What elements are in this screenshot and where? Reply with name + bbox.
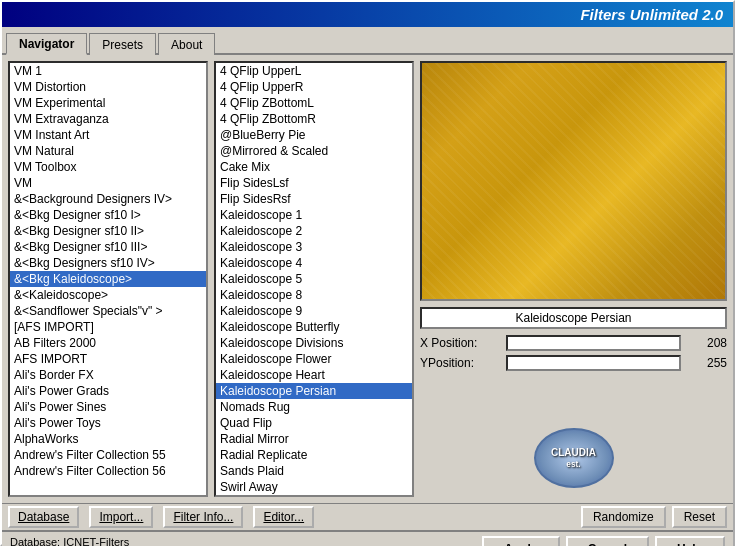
left-list-item[interactable]: [AFS IMPORT] bbox=[10, 319, 206, 335]
help-button[interactable]: Help bbox=[655, 536, 725, 546]
left-list-item[interactable]: VM Instant Art bbox=[10, 127, 206, 143]
left-list-item[interactable]: VM bbox=[10, 175, 206, 191]
x-position-bar[interactable] bbox=[506, 335, 681, 351]
status-section: Database: ICNET-Filters Filters 2297 bbox=[2, 532, 474, 546]
editor-button[interactable]: Editor... bbox=[253, 506, 314, 528]
main-content: VM 1VM DistortionVM ExperimentalVM Extra… bbox=[2, 55, 733, 503]
left-list-item[interactable]: &<Bkg Designers sf10 IV> bbox=[10, 255, 206, 271]
reset-button[interactable]: Reset bbox=[672, 506, 727, 528]
y-position-label: YPosition: bbox=[420, 356, 500, 370]
randomize-button[interactable]: Randomize bbox=[581, 506, 666, 528]
left-list-item[interactable]: VM Experimental bbox=[10, 95, 206, 111]
tab-presets[interactable]: Presets bbox=[89, 33, 156, 55]
logo-circle: CLAUDIAest. bbox=[534, 428, 614, 488]
middle-list-item[interactable]: Kaleidoscope 5 bbox=[216, 271, 412, 287]
middle-panel: 4 QFlip UpperL4 QFlip UpperR4 QFlip ZBot… bbox=[214, 61, 414, 497]
left-list-item[interactable]: Ali's Power Sines bbox=[10, 399, 206, 415]
left-list-item[interactable]: &<Bkg Designer sf10 I> bbox=[10, 207, 206, 223]
middle-list-item[interactable]: Radial Replicate bbox=[216, 447, 412, 463]
right-panel: Kaleidoscope Persian X Position: 208 YPo… bbox=[420, 61, 727, 497]
bottom-section: Database: ICNET-Filters Filters 2297 App… bbox=[2, 530, 733, 546]
filter-name-display: Kaleidoscope Persian bbox=[420, 307, 727, 329]
middle-list-item[interactable]: Cake Mix bbox=[216, 159, 412, 175]
middle-list-item[interactable]: @Mirrored & Scaled bbox=[216, 143, 412, 159]
bottom-right-actions: Apply Cancel Help bbox=[474, 532, 733, 546]
param-row-x: X Position: 208 bbox=[420, 335, 727, 351]
left-list-item[interactable]: AFS IMPORT bbox=[10, 351, 206, 367]
middle-list-item[interactable]: Kaleidoscope 4 bbox=[216, 255, 412, 271]
app-title: Filters Unlimited 2.0 bbox=[580, 6, 723, 23]
middle-list-item[interactable]: Kaleidoscope Butterfly bbox=[216, 319, 412, 335]
bottom-toolbar: Database Import... Filter Info... Editor… bbox=[2, 503, 733, 530]
left-list-item[interactable]: VM Extravaganza bbox=[10, 111, 206, 127]
left-list-item[interactable]: VM Toolbox bbox=[10, 159, 206, 175]
left-panel: VM 1VM DistortionVM ExperimentalVM Extra… bbox=[8, 61, 208, 497]
left-list-item[interactable]: &<Bkg Designer sf10 III> bbox=[10, 239, 206, 255]
left-list-item[interactable]: Ali's Border FX bbox=[10, 367, 206, 383]
left-list-item[interactable]: VM Natural bbox=[10, 143, 206, 159]
tab-about[interactable]: About bbox=[158, 33, 215, 55]
tab-navigator[interactable]: Navigator bbox=[6, 33, 87, 55]
left-list-item[interactable]: VM 1 bbox=[10, 63, 206, 79]
y-position-value: 255 bbox=[687, 356, 727, 370]
left-list-item[interactable]: AlphaWorks bbox=[10, 431, 206, 447]
title-bar: Filters Unlimited 2.0 bbox=[2, 2, 733, 27]
left-list-item[interactable]: Ali's Power Grads bbox=[10, 383, 206, 399]
middle-list-item[interactable]: 4 QFlip UpperL bbox=[216, 63, 412, 79]
filter-info-button[interactable]: Filter Info... bbox=[163, 506, 243, 528]
left-list-item[interactable]: Andrew's Filter Collection 56 bbox=[10, 463, 206, 479]
left-list-item[interactable]: AB Filters 2000 bbox=[10, 335, 206, 351]
x-position-label: X Position: bbox=[420, 336, 500, 350]
logo-text: CLAUDIAest. bbox=[551, 447, 596, 469]
middle-list-item[interactable]: 4 QFlip UpperR bbox=[216, 79, 412, 95]
database-status-value: ICNET-Filters bbox=[63, 536, 129, 546]
cancel-button[interactable]: Cancel bbox=[566, 536, 649, 546]
middle-list-item[interactable]: @BlueBerry Pie bbox=[216, 127, 412, 143]
apply-button[interactable]: Apply bbox=[482, 536, 559, 546]
tab-bar: Navigator Presets About bbox=[2, 27, 733, 55]
middle-list-item[interactable]: Kaleidoscope 3 bbox=[216, 239, 412, 255]
database-status: Database: ICNET-Filters bbox=[10, 536, 466, 546]
x-position-value: 208 bbox=[687, 336, 727, 350]
middle-list-item[interactable]: Kaleidoscope 1 bbox=[216, 207, 412, 223]
middle-list-item[interactable]: Quad Flip bbox=[216, 415, 412, 431]
middle-list-item[interactable]: 4 QFlip ZBottomR bbox=[216, 111, 412, 127]
middle-list-item[interactable]: Kaleidoscope 2 bbox=[216, 223, 412, 239]
middle-list-item[interactable]: Kaleidoscope 9 bbox=[216, 303, 412, 319]
middle-list-item[interactable]: Kaleidoscope Heart bbox=[216, 367, 412, 383]
middle-list-item[interactable]: Radial Mirror bbox=[216, 431, 412, 447]
database-button[interactable]: Database bbox=[8, 506, 79, 528]
filter-item-list[interactable]: 4 QFlip UpperL4 QFlip UpperR4 QFlip ZBot… bbox=[214, 61, 414, 497]
left-list-item[interactable]: Ali's Power Toys bbox=[10, 415, 206, 431]
logo-area: CLAUDIAest. bbox=[420, 419, 727, 497]
middle-list-item[interactable]: Sands Plaid bbox=[216, 463, 412, 479]
left-list-item[interactable]: &<Bkg Kaleidoscope> bbox=[10, 271, 206, 287]
toolbar-right: Randomize Reset bbox=[581, 506, 727, 528]
param-row-y: YPosition: 255 bbox=[420, 355, 727, 371]
middle-list-item[interactable]: Kaleidoscope 8 bbox=[216, 287, 412, 303]
y-position-bar[interactable] bbox=[506, 355, 681, 371]
left-list-item[interactable]: &<Background Designers IV> bbox=[10, 191, 206, 207]
middle-list-item[interactable]: Kaleidoscope Divisions bbox=[216, 335, 412, 351]
middle-list-item[interactable]: Swirl Away bbox=[216, 479, 412, 495]
middle-list-item[interactable]: Kaleidoscope Flower bbox=[216, 351, 412, 367]
left-list-item[interactable]: &<Bkg Designer sf10 II> bbox=[10, 223, 206, 239]
middle-list-item[interactable]: 4 QFlip ZBottomL bbox=[216, 95, 412, 111]
filter-category-list[interactable]: VM 1VM DistortionVM ExperimentalVM Extra… bbox=[8, 61, 208, 497]
left-list-item[interactable]: Andrew's Filter Collection 55 bbox=[10, 447, 206, 463]
import-button[interactable]: Import... bbox=[89, 506, 153, 528]
left-list-item[interactable]: &<Sandflower Specials"v" > bbox=[10, 303, 206, 319]
params-area: X Position: 208 YPosition: 255 bbox=[420, 335, 727, 413]
middle-list-item[interactable]: Flip SidesRsf bbox=[216, 191, 412, 207]
preview-area bbox=[420, 61, 727, 301]
left-list-item[interactable]: &<Kaleidoscope> bbox=[10, 287, 206, 303]
middle-list-item[interactable]: Nomads Rug bbox=[216, 399, 412, 415]
middle-list-item[interactable]: Flip SidesLsf bbox=[216, 175, 412, 191]
left-list-item[interactable]: VM Distortion bbox=[10, 79, 206, 95]
middle-list-item[interactable]: Kaleidoscope Persian bbox=[216, 383, 412, 399]
database-status-label: Database: bbox=[10, 536, 60, 546]
